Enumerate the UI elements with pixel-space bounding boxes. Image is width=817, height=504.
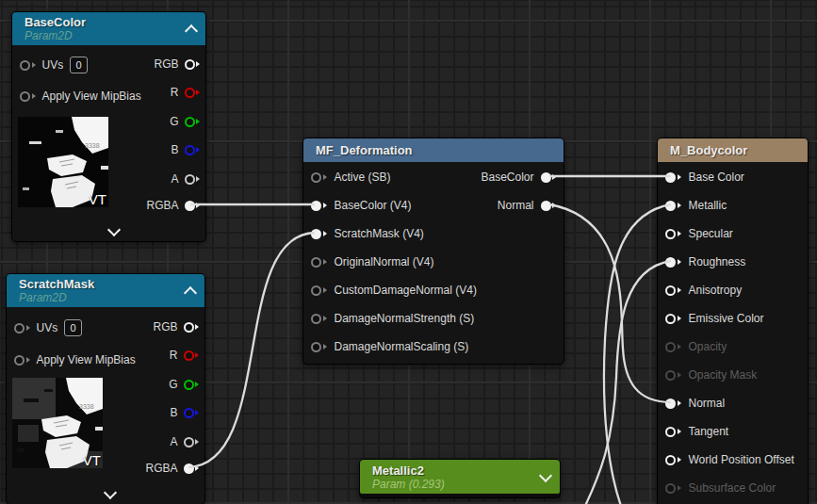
input-label: Metallic [689,199,727,212]
input-pin-normal[interactable] [665,398,681,409]
svg-text:3338: 3338 [85,142,100,149]
output-pin-rgb[interactable] [185,59,201,70]
output-label: G [169,378,177,391]
pin-row: Roughness [658,248,808,276]
output-pin-b[interactable] [184,408,200,418]
node-header[interactable]: MF_Deformation [303,138,564,162]
output-label: A [171,172,178,186]
input-pin-customdamagenormal[interactable] [311,285,327,296]
input-pin-world-position-offset[interactable] [665,455,681,465]
output-pin-a[interactable] [185,174,201,185]
output-pin-g[interactable] [185,117,201,127]
collapse-chevron-icon[interactable] [185,24,198,37]
output-label: B [171,143,178,156]
input-label: ScratchMask (V4) [335,227,424,240]
output-pin-r[interactable] [184,350,200,361]
expand-chevron-icon[interactable] [104,486,117,499]
svg-text:3338: 3338 [79,403,94,410]
input-label: Apply View MipBias [42,89,141,103]
output-pin-r[interactable] [185,88,201,98]
expand-chevron-icon[interactable] [539,468,552,481]
wire-mf-normal-to-body-normal[interactable] [549,204,671,402]
input-label: OriginalNormal (V4) [335,255,434,268]
output-pin-basecolor[interactable] [541,172,557,183]
input-label: Tangent [689,425,729,438]
node-title: Metallic2 [372,463,445,478]
input-pin-scratchmask[interactable] [311,229,327,239]
node-header[interactable]: BaseColor Param2D [12,12,205,45]
input-pin-roughness[interactable] [665,257,681,268]
virtual-texture-badge: VT [89,191,106,207]
texture-preview: 3338 VT [12,378,103,468]
node-header[interactable]: ScratchMask Param2D [7,274,204,307]
node-mf-deformation[interactable]: MF_Deformation Active (SB) BaseColor (V4… [302,138,564,365]
node-subtitle: Param (0.293) [372,478,445,491]
node-m-bodycolor[interactable]: M_Bodycolor Base Color Metallic Specular… [657,138,809,504]
uvs-value-field[interactable]: 0 [70,57,88,73]
input-pin-mipbias[interactable] [20,91,36,102]
input-pin-damagenormalstrength[interactable] [311,314,327,324]
input-label: Roughness [689,255,746,268]
pin-row: Opacity [658,333,808,361]
input-pin-basecolor[interactable] [311,201,327,211]
input-label: Active (SB) [335,171,391,184]
pin-row: Specular [658,219,808,248]
input-label: BaseColor (V4) [335,199,412,212]
input-pin-opacity [665,342,681,352]
output-pin-rgb[interactable] [184,322,200,333]
output-pin-g[interactable] [184,380,200,390]
input-label: Specular [689,227,733,240]
input-pin-active[interactable] [311,172,327,183]
pin-row: DamageNormalStrength (S) [303,304,564,333]
output-label: RGBA [145,462,177,475]
node-header[interactable]: Metallic2 Param (0.293) [360,460,560,494]
node-title: BaseColor [25,15,86,29]
graph-canvas[interactable]: BaseColor Param2D UVs 0 Apply View MipBi… [0,0,817,504]
pin-row: Anisotropy [658,276,808,304]
node-title: MF_Deformation [316,143,413,157]
output-label: G [170,115,178,128]
input-pin-subsurface-color [665,483,681,494]
output-label: RGBA [146,199,178,212]
output-label: R [171,86,179,99]
texture-preview: 3338 VT [18,117,108,207]
pin-row: Metallic [658,191,808,219]
node-header[interactable]: M_Bodycolor [658,138,808,162]
input-label: Base Color [689,171,744,184]
pin-row: CustomDamageNormal (V4) [303,276,564,304]
pin-row: Normal [658,389,808,417]
node-basecolor[interactable]: BaseColor Param2D UVs 0 Apply View MipBi… [11,11,206,242]
uvs-value-field[interactable]: 0 [64,319,82,336]
input-label: Emissive Color [689,312,764,325]
wire-scratchmask-rgba-to-mf-scratchmask[interactable] [188,233,315,467]
input-pin-base-color[interactable] [665,172,681,183]
output-label: R [170,349,178,362]
output-label: RGB [153,320,177,333]
output-label: BaseColor [481,171,533,184]
input-pin-anisotropy[interactable] [665,285,681,296]
input-pin-uvs[interactable] [20,60,36,71]
output-pin-b[interactable] [185,145,201,155]
expand-chevron-icon[interactable] [106,223,120,236]
pin-row: Tangent [658,417,808,446]
input-label: Opacity Mask [689,368,758,382]
node-metallic2[interactable]: Metallic2 Param (0.293) [359,459,561,498]
node-title: ScratchMask [19,277,94,291]
input-pin-uvs[interactable] [14,323,30,333]
node-scratchmask[interactable]: ScratchMask Param2D UVs 0 Apply View Mip… [6,273,205,504]
input-pin-metallic[interactable] [665,201,681,211]
input-pin-damagenormalscaling[interactable] [311,342,327,352]
input-pin-tangent[interactable] [665,427,681,437]
output-pin-rgba[interactable] [184,463,200,474]
input-label: UVs [37,321,58,334]
input-label: DamageNormalScaling (S) [335,340,469,353]
output-pin-a[interactable] [184,437,200,447]
input-pin-originalnormal[interactable] [311,257,327,268]
output-pin-normal[interactable] [541,201,557,211]
input-pin-specular[interactable] [665,229,681,239]
input-pin-mipbias[interactable] [14,355,30,366]
output-pin-rgba[interactable] [185,201,201,211]
input-pin-emissive-color[interactable] [665,314,681,324]
node-subtitle: Param2D [25,29,86,42]
collapse-chevron-icon[interactable] [184,285,197,299]
